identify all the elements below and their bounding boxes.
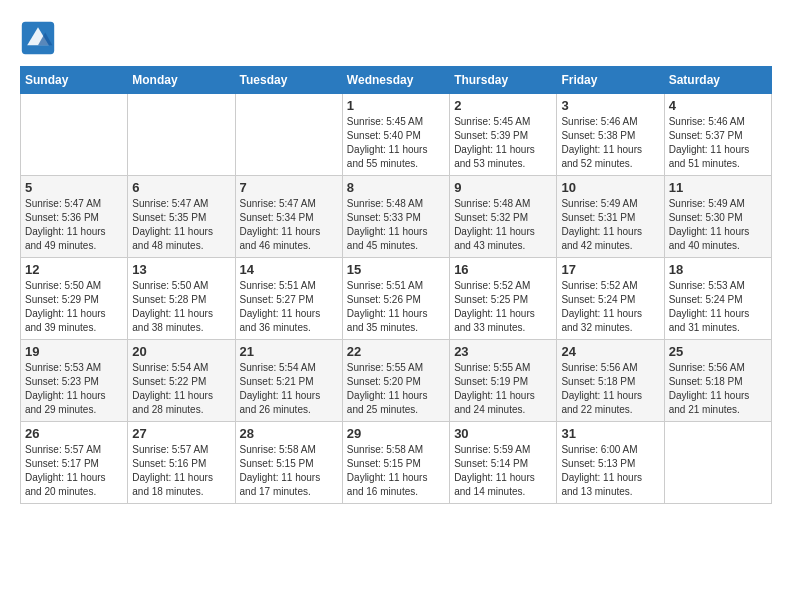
calendar-cell: 6Sunrise: 5:47 AM Sunset: 5:35 PM Daylig… (128, 176, 235, 258)
day-header-saturday: Saturday (664, 67, 771, 94)
calendar-cell: 5Sunrise: 5:47 AM Sunset: 5:36 PM Daylig… (21, 176, 128, 258)
calendar-cell: 27Sunrise: 5:57 AM Sunset: 5:16 PM Dayli… (128, 422, 235, 504)
calendar-cell (128, 94, 235, 176)
day-info: Sunrise: 5:58 AM Sunset: 5:15 PM Dayligh… (240, 443, 338, 499)
day-number: 19 (25, 344, 123, 359)
day-info: Sunrise: 5:47 AM Sunset: 5:36 PM Dayligh… (25, 197, 123, 253)
calendar-cell: 31Sunrise: 6:00 AM Sunset: 5:13 PM Dayli… (557, 422, 664, 504)
day-info: Sunrise: 5:49 AM Sunset: 5:31 PM Dayligh… (561, 197, 659, 253)
calendar-cell: 7Sunrise: 5:47 AM Sunset: 5:34 PM Daylig… (235, 176, 342, 258)
calendar-cell: 23Sunrise: 5:55 AM Sunset: 5:19 PM Dayli… (450, 340, 557, 422)
day-info: Sunrise: 5:55 AM Sunset: 5:19 PM Dayligh… (454, 361, 552, 417)
day-info: Sunrise: 5:48 AM Sunset: 5:33 PM Dayligh… (347, 197, 445, 253)
calendar-week-row: 12Sunrise: 5:50 AM Sunset: 5:29 PM Dayli… (21, 258, 772, 340)
calendar-cell: 15Sunrise: 5:51 AM Sunset: 5:26 PM Dayli… (342, 258, 449, 340)
day-info: Sunrise: 5:52 AM Sunset: 5:25 PM Dayligh… (454, 279, 552, 335)
day-number: 8 (347, 180, 445, 195)
day-number: 24 (561, 344, 659, 359)
calendar-cell: 18Sunrise: 5:53 AM Sunset: 5:24 PM Dayli… (664, 258, 771, 340)
day-header-wednesday: Wednesday (342, 67, 449, 94)
day-number: 29 (347, 426, 445, 441)
day-number: 1 (347, 98, 445, 113)
day-info: Sunrise: 5:54 AM Sunset: 5:22 PM Dayligh… (132, 361, 230, 417)
day-number: 16 (454, 262, 552, 277)
day-number: 2 (454, 98, 552, 113)
day-number: 31 (561, 426, 659, 441)
calendar-cell: 4Sunrise: 5:46 AM Sunset: 5:37 PM Daylig… (664, 94, 771, 176)
day-number: 25 (669, 344, 767, 359)
day-number: 11 (669, 180, 767, 195)
day-number: 17 (561, 262, 659, 277)
calendar-cell: 13Sunrise: 5:50 AM Sunset: 5:28 PM Dayli… (128, 258, 235, 340)
calendar-cell: 20Sunrise: 5:54 AM Sunset: 5:22 PM Dayli… (128, 340, 235, 422)
day-info: Sunrise: 5:45 AM Sunset: 5:39 PM Dayligh… (454, 115, 552, 171)
calendar-cell (235, 94, 342, 176)
calendar-cell: 30Sunrise: 5:59 AM Sunset: 5:14 PM Dayli… (450, 422, 557, 504)
day-number: 23 (454, 344, 552, 359)
day-number: 7 (240, 180, 338, 195)
day-info: Sunrise: 5:48 AM Sunset: 5:32 PM Dayligh… (454, 197, 552, 253)
day-info: Sunrise: 5:46 AM Sunset: 5:38 PM Dayligh… (561, 115, 659, 171)
day-number: 26 (25, 426, 123, 441)
day-info: Sunrise: 5:47 AM Sunset: 5:34 PM Dayligh… (240, 197, 338, 253)
day-number: 3 (561, 98, 659, 113)
day-info: Sunrise: 6:00 AM Sunset: 5:13 PM Dayligh… (561, 443, 659, 499)
calendar-cell: 28Sunrise: 5:58 AM Sunset: 5:15 PM Dayli… (235, 422, 342, 504)
day-info: Sunrise: 5:58 AM Sunset: 5:15 PM Dayligh… (347, 443, 445, 499)
calendar-cell: 26Sunrise: 5:57 AM Sunset: 5:17 PM Dayli… (21, 422, 128, 504)
day-info: Sunrise: 5:52 AM Sunset: 5:24 PM Dayligh… (561, 279, 659, 335)
day-number: 22 (347, 344, 445, 359)
calendar-cell: 16Sunrise: 5:52 AM Sunset: 5:25 PM Dayli… (450, 258, 557, 340)
day-info: Sunrise: 5:49 AM Sunset: 5:30 PM Dayligh… (669, 197, 767, 253)
day-number: 30 (454, 426, 552, 441)
day-header-friday: Friday (557, 67, 664, 94)
day-number: 5 (25, 180, 123, 195)
calendar-week-row: 19Sunrise: 5:53 AM Sunset: 5:23 PM Dayli… (21, 340, 772, 422)
day-header-sunday: Sunday (21, 67, 128, 94)
calendar-cell: 8Sunrise: 5:48 AM Sunset: 5:33 PM Daylig… (342, 176, 449, 258)
day-info: Sunrise: 5:59 AM Sunset: 5:14 PM Dayligh… (454, 443, 552, 499)
day-number: 14 (240, 262, 338, 277)
day-info: Sunrise: 5:45 AM Sunset: 5:40 PM Dayligh… (347, 115, 445, 171)
calendar-cell: 29Sunrise: 5:58 AM Sunset: 5:15 PM Dayli… (342, 422, 449, 504)
calendar-cell: 21Sunrise: 5:54 AM Sunset: 5:21 PM Dayli… (235, 340, 342, 422)
calendar-cell: 9Sunrise: 5:48 AM Sunset: 5:32 PM Daylig… (450, 176, 557, 258)
day-number: 13 (132, 262, 230, 277)
day-header-tuesday: Tuesday (235, 67, 342, 94)
day-info: Sunrise: 5:55 AM Sunset: 5:20 PM Dayligh… (347, 361, 445, 417)
day-info: Sunrise: 5:50 AM Sunset: 5:29 PM Dayligh… (25, 279, 123, 335)
day-info: Sunrise: 5:53 AM Sunset: 5:23 PM Dayligh… (25, 361, 123, 417)
day-number: 27 (132, 426, 230, 441)
day-info: Sunrise: 5:57 AM Sunset: 5:17 PM Dayligh… (25, 443, 123, 499)
day-info: Sunrise: 5:56 AM Sunset: 5:18 PM Dayligh… (561, 361, 659, 417)
day-info: Sunrise: 5:51 AM Sunset: 5:27 PM Dayligh… (240, 279, 338, 335)
calendar-cell: 22Sunrise: 5:55 AM Sunset: 5:20 PM Dayli… (342, 340, 449, 422)
calendar-week-row: 5Sunrise: 5:47 AM Sunset: 5:36 PM Daylig… (21, 176, 772, 258)
day-header-monday: Monday (128, 67, 235, 94)
calendar-cell: 1Sunrise: 5:45 AM Sunset: 5:40 PM Daylig… (342, 94, 449, 176)
day-info: Sunrise: 5:57 AM Sunset: 5:16 PM Dayligh… (132, 443, 230, 499)
page-header (20, 20, 772, 56)
day-number: 12 (25, 262, 123, 277)
day-number: 21 (240, 344, 338, 359)
calendar-cell: 11Sunrise: 5:49 AM Sunset: 5:30 PM Dayli… (664, 176, 771, 258)
day-info: Sunrise: 5:47 AM Sunset: 5:35 PM Dayligh… (132, 197, 230, 253)
day-number: 20 (132, 344, 230, 359)
day-info: Sunrise: 5:56 AM Sunset: 5:18 PM Dayligh… (669, 361, 767, 417)
calendar-cell: 14Sunrise: 5:51 AM Sunset: 5:27 PM Dayli… (235, 258, 342, 340)
calendar-cell: 17Sunrise: 5:52 AM Sunset: 5:24 PM Dayli… (557, 258, 664, 340)
day-number: 9 (454, 180, 552, 195)
day-info: Sunrise: 5:54 AM Sunset: 5:21 PM Dayligh… (240, 361, 338, 417)
day-number: 18 (669, 262, 767, 277)
calendar-cell: 25Sunrise: 5:56 AM Sunset: 5:18 PM Dayli… (664, 340, 771, 422)
calendar-week-row: 26Sunrise: 5:57 AM Sunset: 5:17 PM Dayli… (21, 422, 772, 504)
day-info: Sunrise: 5:46 AM Sunset: 5:37 PM Dayligh… (669, 115, 767, 171)
day-header-thursday: Thursday (450, 67, 557, 94)
day-number: 6 (132, 180, 230, 195)
day-info: Sunrise: 5:50 AM Sunset: 5:28 PM Dayligh… (132, 279, 230, 335)
calendar-cell: 2Sunrise: 5:45 AM Sunset: 5:39 PM Daylig… (450, 94, 557, 176)
calendar-week-row: 1Sunrise: 5:45 AM Sunset: 5:40 PM Daylig… (21, 94, 772, 176)
calendar-cell: 24Sunrise: 5:56 AM Sunset: 5:18 PM Dayli… (557, 340, 664, 422)
day-number: 4 (669, 98, 767, 113)
calendar-cell (21, 94, 128, 176)
